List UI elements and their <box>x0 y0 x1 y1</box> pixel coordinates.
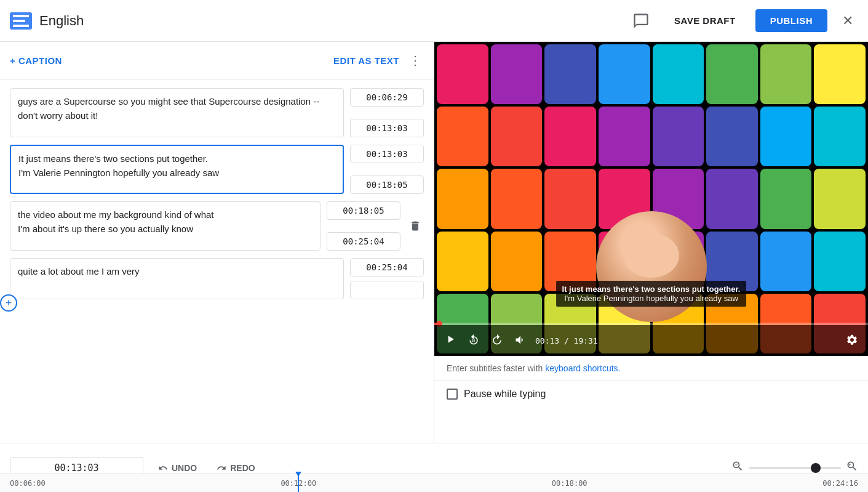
timeline: 00:06:00 00:12:00 00:18:00 00:24:16 <box>0 474 868 492</box>
more-options-button[interactable]: ⋮ <box>407 50 424 70</box>
main-content: + CAPTION EDIT AS TEXT ⋮ guys are a Supe… <box>0 42 868 443</box>
caption-overlay-line1: It just means there's two sections put t… <box>562 284 741 294</box>
caption-start-time-4[interactable] <box>350 258 424 276</box>
svg-rect-1 <box>13 20 25 22</box>
header: English SAVE DRAFT PUBLISH ✕ <box>0 0 868 42</box>
caption-entry-3: the video about me my background kind of… <box>0 198 434 254</box>
caption-times-3 <box>327 201 400 251</box>
caption-times-4 <box>350 258 424 299</box>
caption-overlay-line2: I'm Valerie Pennington hopefully you alr… <box>562 294 741 303</box>
toolbar-right: EDIT AS TEXT ⋮ <box>333 50 424 70</box>
caption-start-time-1[interactable] <box>350 88 424 107</box>
svg-text:10: 10 <box>472 338 476 342</box>
right-panel: It just means there's two sections put t… <box>434 42 868 443</box>
captions-list: guys are a Supercourse so you might see … <box>0 79 434 443</box>
caption-entry-4: quite a lot about me I am very + <box>0 254 434 303</box>
caption-end-time-2[interactable] <box>350 175 424 194</box>
play-button[interactable] <box>442 331 459 351</box>
svg-rect-0 <box>13 15 29 17</box>
caption-text-3[interactable]: the video about me my background kind of… <box>10 201 321 251</box>
publish-button[interactable]: PUBLISH <box>755 9 827 32</box>
rewind-button[interactable]: 10 <box>465 331 482 350</box>
caption-text-1[interactable]: guys are a Supercourse so you might see … <box>10 88 344 137</box>
caption-entry-2: It just means there's two sections put t… <box>0 141 434 198</box>
timeline-mark-2: 00:12:00 <box>281 479 316 488</box>
delete-caption-3-button[interactable] <box>407 217 424 235</box>
caption-end-time-4[interactable] <box>350 281 424 299</box>
edit-as-text-button[interactable]: EDIT AS TEXT <box>333 55 399 66</box>
video-caption-overlay: It just means there's two sections put t… <box>556 281 747 307</box>
add-caption-button[interactable]: + CAPTION <box>10 55 62 66</box>
caption-start-time-3[interactable] <box>327 201 400 220</box>
volume-button[interactable] <box>512 331 529 350</box>
bottom-bar: UNDO REDO 00:06:00 00:12:00 <box>0 443 868 492</box>
page-title: English <box>39 13 84 29</box>
pause-typing-row: Pause while typing <box>434 381 868 407</box>
pause-typing-label: Pause while typing <box>464 389 546 400</box>
add-entry-circle[interactable]: + <box>0 294 17 312</box>
caption-entry-1: guys are a Supercourse so you might see … <box>0 84 434 141</box>
logo-icon <box>10 12 32 30</box>
close-button[interactable]: ✕ <box>837 8 858 34</box>
caption-start-time-2[interactable] <box>350 145 424 163</box>
caption-times-2 <box>350 145 424 194</box>
keyboard-shortcuts-link[interactable]: keyboard shortcuts. <box>545 363 620 373</box>
caption-text-2[interactable]: It just means there's two sections put t… <box>10 145 344 194</box>
logo <box>10 12 32 30</box>
video-container: It just means there's two sections put t… <box>434 42 868 356</box>
shortcuts-bar: Enter subtitles faster with keyboard sho… <box>434 356 868 381</box>
caption-text-4[interactable]: quite a lot about me I am very <box>10 258 344 299</box>
header-left: English <box>10 12 84 30</box>
forward-button[interactable] <box>488 331 506 350</box>
header-right: SAVE DRAFT PUBLISH ✕ <box>627 7 858 34</box>
pause-typing-checkbox[interactable] <box>447 389 458 400</box>
left-panel: + CAPTION EDIT AS TEXT ⋮ guys are a Supe… <box>0 42 434 443</box>
caption-toolbar: + CAPTION EDIT AS TEXT ⋮ <box>0 42 434 79</box>
video-controls: 10 00:13 / 19:31 <box>434 325 868 356</box>
caption-times-1 <box>350 88 424 137</box>
comment-button[interactable] <box>627 7 655 34</box>
timeline-inner: 00:06:00 00:12:00 00:18:00 00:24:16 <box>10 479 858 488</box>
time-display: 00:13 / 19:31 <box>535 336 598 345</box>
shortcuts-text: Enter subtitles faster with <box>447 363 545 373</box>
zoom-slider[interactable] <box>749 467 841 469</box>
save-draft-button[interactable]: SAVE DRAFT <box>664 10 746 31</box>
caption-end-time-3[interactable] <box>327 232 400 251</box>
timeline-mark-1: 00:06:00 <box>10 479 46 488</box>
caption-end-time-1[interactable] <box>350 119 424 137</box>
settings-button[interactable] <box>843 331 861 350</box>
svg-rect-2 <box>13 25 29 27</box>
timeline-mark-3: 00:18:00 <box>552 479 587 488</box>
timeline-mark-4: 00:24:16 <box>822 479 858 488</box>
